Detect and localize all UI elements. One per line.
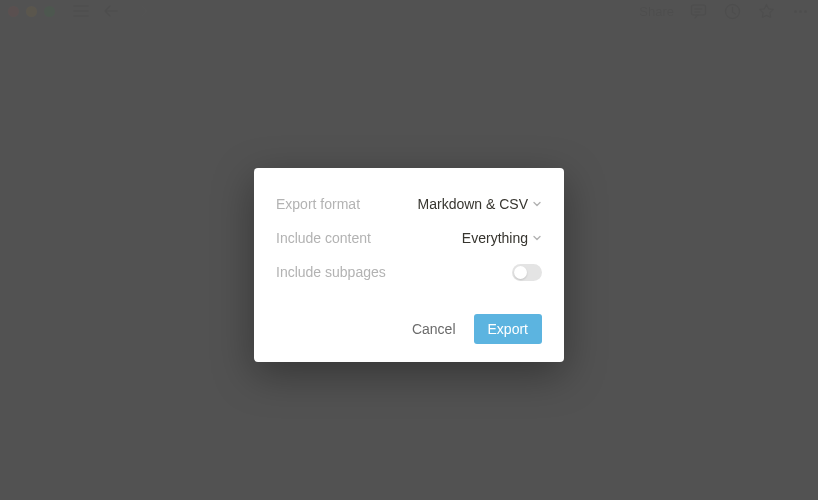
chevron-down-icon <box>532 233 542 243</box>
cancel-button[interactable]: Cancel <box>408 315 460 343</box>
export-format-label: Export format <box>276 196 360 212</box>
chevron-down-icon <box>532 199 542 209</box>
include-subpages-toggle[interactable] <box>512 264 542 281</box>
modal-footer: Cancel Export <box>276 314 542 344</box>
export-format-select[interactable]: Markdown & CSV <box>418 196 542 212</box>
include-content-value: Everything <box>462 230 528 246</box>
include-content-select[interactable]: Everything <box>462 230 542 246</box>
export-modal: Export format Markdown & CSV Include con… <box>254 168 564 362</box>
toggle-knob <box>514 266 527 279</box>
export-format-row: Export format Markdown & CSV <box>276 190 542 218</box>
include-content-label: Include content <box>276 230 371 246</box>
include-content-row: Include content Everything <box>276 224 542 252</box>
include-subpages-label: Include subpages <box>276 264 386 280</box>
include-subpages-row: Include subpages <box>276 258 542 286</box>
export-button[interactable]: Export <box>474 314 542 344</box>
export-format-value: Markdown & CSV <box>418 196 528 212</box>
